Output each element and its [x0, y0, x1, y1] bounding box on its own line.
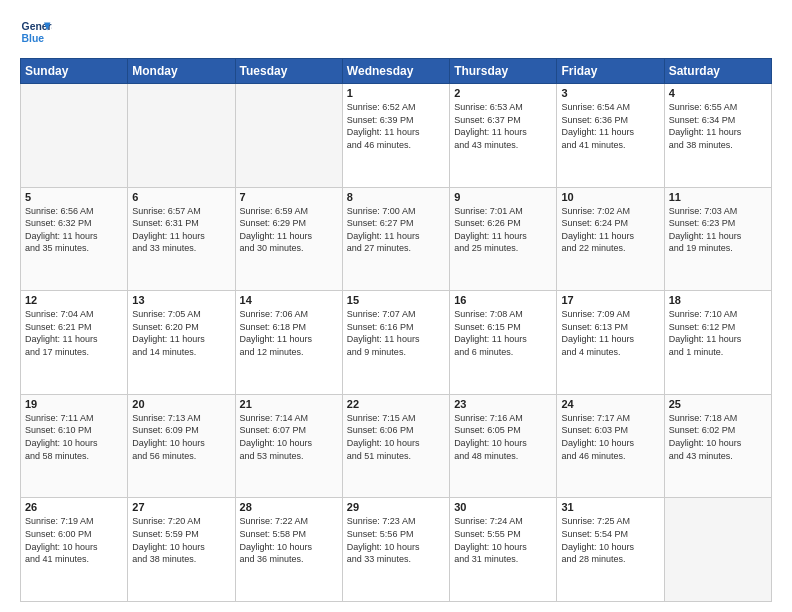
- calendar-cell: 25Sunrise: 7:18 AM Sunset: 6:02 PM Dayli…: [664, 394, 771, 498]
- day-number: 4: [669, 87, 767, 99]
- calendar-cell: 6Sunrise: 6:57 AM Sunset: 6:31 PM Daylig…: [128, 187, 235, 291]
- day-number: 1: [347, 87, 445, 99]
- calendar-cell: 14Sunrise: 7:06 AM Sunset: 6:18 PM Dayli…: [235, 291, 342, 395]
- day-content: Sunrise: 6:55 AM Sunset: 6:34 PM Dayligh…: [669, 101, 767, 151]
- day-number: 16: [454, 294, 552, 306]
- calendar-cell: 24Sunrise: 7:17 AM Sunset: 6:03 PM Dayli…: [557, 394, 664, 498]
- day-content: Sunrise: 6:56 AM Sunset: 6:32 PM Dayligh…: [25, 205, 123, 255]
- day-content: Sunrise: 6:52 AM Sunset: 6:39 PM Dayligh…: [347, 101, 445, 151]
- calendar-cell: 19Sunrise: 7:11 AM Sunset: 6:10 PM Dayli…: [21, 394, 128, 498]
- weekday-wednesday: Wednesday: [342, 59, 449, 84]
- day-number: 19: [25, 398, 123, 410]
- day-number: 26: [25, 501, 123, 513]
- calendar-cell: 4Sunrise: 6:55 AM Sunset: 6:34 PM Daylig…: [664, 84, 771, 188]
- day-content: Sunrise: 7:11 AM Sunset: 6:10 PM Dayligh…: [25, 412, 123, 462]
- calendar-cell: 13Sunrise: 7:05 AM Sunset: 6:20 PM Dayli…: [128, 291, 235, 395]
- calendar-cell: 15Sunrise: 7:07 AM Sunset: 6:16 PM Dayli…: [342, 291, 449, 395]
- calendar-cell: [21, 84, 128, 188]
- day-number: 12: [25, 294, 123, 306]
- day-number: 11: [669, 191, 767, 203]
- day-content: Sunrise: 7:10 AM Sunset: 6:12 PM Dayligh…: [669, 308, 767, 358]
- day-number: 8: [347, 191, 445, 203]
- day-content: Sunrise: 7:06 AM Sunset: 6:18 PM Dayligh…: [240, 308, 338, 358]
- weekday-friday: Friday: [557, 59, 664, 84]
- day-number: 27: [132, 501, 230, 513]
- day-content: Sunrise: 6:59 AM Sunset: 6:29 PM Dayligh…: [240, 205, 338, 255]
- day-content: Sunrise: 7:13 AM Sunset: 6:09 PM Dayligh…: [132, 412, 230, 462]
- day-number: 24: [561, 398, 659, 410]
- calendar-cell: 20Sunrise: 7:13 AM Sunset: 6:09 PM Dayli…: [128, 394, 235, 498]
- calendar-cell: 12Sunrise: 7:04 AM Sunset: 6:21 PM Dayli…: [21, 291, 128, 395]
- day-number: 18: [669, 294, 767, 306]
- day-number: 29: [347, 501, 445, 513]
- calendar-cell: [235, 84, 342, 188]
- calendar-cell: 18Sunrise: 7:10 AM Sunset: 6:12 PM Dayli…: [664, 291, 771, 395]
- calendar-cell: 31Sunrise: 7:25 AM Sunset: 5:54 PM Dayli…: [557, 498, 664, 602]
- day-content: Sunrise: 7:15 AM Sunset: 6:06 PM Dayligh…: [347, 412, 445, 462]
- day-content: Sunrise: 7:02 AM Sunset: 6:24 PM Dayligh…: [561, 205, 659, 255]
- calendar-cell: 27Sunrise: 7:20 AM Sunset: 5:59 PM Dayli…: [128, 498, 235, 602]
- day-number: 9: [454, 191, 552, 203]
- day-content: Sunrise: 7:18 AM Sunset: 6:02 PM Dayligh…: [669, 412, 767, 462]
- logo: General Blue: [20, 16, 52, 48]
- day-number: 3: [561, 87, 659, 99]
- day-content: Sunrise: 7:25 AM Sunset: 5:54 PM Dayligh…: [561, 515, 659, 565]
- day-content: Sunrise: 7:19 AM Sunset: 6:00 PM Dayligh…: [25, 515, 123, 565]
- day-content: Sunrise: 7:16 AM Sunset: 6:05 PM Dayligh…: [454, 412, 552, 462]
- header: General Blue: [20, 16, 772, 48]
- calendar-cell: 2Sunrise: 6:53 AM Sunset: 6:37 PM Daylig…: [450, 84, 557, 188]
- calendar-cell: [664, 498, 771, 602]
- weekday-sunday: Sunday: [21, 59, 128, 84]
- day-number: 5: [25, 191, 123, 203]
- day-content: Sunrise: 7:05 AM Sunset: 6:20 PM Dayligh…: [132, 308, 230, 358]
- day-content: Sunrise: 7:22 AM Sunset: 5:58 PM Dayligh…: [240, 515, 338, 565]
- day-number: 28: [240, 501, 338, 513]
- week-row-0: 1Sunrise: 6:52 AM Sunset: 6:39 PM Daylig…: [21, 84, 772, 188]
- day-content: Sunrise: 7:00 AM Sunset: 6:27 PM Dayligh…: [347, 205, 445, 255]
- logo-icon: General Blue: [20, 16, 52, 48]
- calendar-cell: 10Sunrise: 7:02 AM Sunset: 6:24 PM Dayli…: [557, 187, 664, 291]
- day-number: 17: [561, 294, 659, 306]
- day-content: Sunrise: 7:08 AM Sunset: 6:15 PM Dayligh…: [454, 308, 552, 358]
- calendar-cell: 16Sunrise: 7:08 AM Sunset: 6:15 PM Dayli…: [450, 291, 557, 395]
- weekday-tuesday: Tuesday: [235, 59, 342, 84]
- calendar-cell: [128, 84, 235, 188]
- day-content: Sunrise: 6:53 AM Sunset: 6:37 PM Dayligh…: [454, 101, 552, 151]
- day-content: Sunrise: 7:14 AM Sunset: 6:07 PM Dayligh…: [240, 412, 338, 462]
- day-number: 14: [240, 294, 338, 306]
- calendar-cell: 26Sunrise: 7:19 AM Sunset: 6:00 PM Dayli…: [21, 498, 128, 602]
- calendar-cell: 22Sunrise: 7:15 AM Sunset: 6:06 PM Dayli…: [342, 394, 449, 498]
- week-row-3: 19Sunrise: 7:11 AM Sunset: 6:10 PM Dayli…: [21, 394, 772, 498]
- day-number: 10: [561, 191, 659, 203]
- day-number: 31: [561, 501, 659, 513]
- day-content: Sunrise: 7:04 AM Sunset: 6:21 PM Dayligh…: [25, 308, 123, 358]
- weekday-saturday: Saturday: [664, 59, 771, 84]
- week-row-2: 12Sunrise: 7:04 AM Sunset: 6:21 PM Dayli…: [21, 291, 772, 395]
- page: General Blue SundayMondayTuesdayWednesda…: [0, 0, 792, 612]
- calendar-cell: 7Sunrise: 6:59 AM Sunset: 6:29 PM Daylig…: [235, 187, 342, 291]
- calendar-cell: 11Sunrise: 7:03 AM Sunset: 6:23 PM Dayli…: [664, 187, 771, 291]
- day-content: Sunrise: 7:09 AM Sunset: 6:13 PM Dayligh…: [561, 308, 659, 358]
- day-number: 21: [240, 398, 338, 410]
- day-content: Sunrise: 7:03 AM Sunset: 6:23 PM Dayligh…: [669, 205, 767, 255]
- day-content: Sunrise: 7:07 AM Sunset: 6:16 PM Dayligh…: [347, 308, 445, 358]
- calendar-cell: 30Sunrise: 7:24 AM Sunset: 5:55 PM Dayli…: [450, 498, 557, 602]
- day-number: 23: [454, 398, 552, 410]
- calendar-cell: 28Sunrise: 7:22 AM Sunset: 5:58 PM Dayli…: [235, 498, 342, 602]
- day-number: 6: [132, 191, 230, 203]
- calendar-cell: 9Sunrise: 7:01 AM Sunset: 6:26 PM Daylig…: [450, 187, 557, 291]
- day-content: Sunrise: 7:23 AM Sunset: 5:56 PM Dayligh…: [347, 515, 445, 565]
- week-row-4: 26Sunrise: 7:19 AM Sunset: 6:00 PM Dayli…: [21, 498, 772, 602]
- day-content: Sunrise: 7:20 AM Sunset: 5:59 PM Dayligh…: [132, 515, 230, 565]
- day-content: Sunrise: 7:17 AM Sunset: 6:03 PM Dayligh…: [561, 412, 659, 462]
- day-content: Sunrise: 7:01 AM Sunset: 6:26 PM Dayligh…: [454, 205, 552, 255]
- day-content: Sunrise: 7:24 AM Sunset: 5:55 PM Dayligh…: [454, 515, 552, 565]
- day-number: 13: [132, 294, 230, 306]
- day-number: 22: [347, 398, 445, 410]
- day-content: Sunrise: 6:57 AM Sunset: 6:31 PM Dayligh…: [132, 205, 230, 255]
- weekday-monday: Monday: [128, 59, 235, 84]
- calendar-cell: 5Sunrise: 6:56 AM Sunset: 6:32 PM Daylig…: [21, 187, 128, 291]
- weekday-thursday: Thursday: [450, 59, 557, 84]
- calendar-cell: 21Sunrise: 7:14 AM Sunset: 6:07 PM Dayli…: [235, 394, 342, 498]
- day-number: 30: [454, 501, 552, 513]
